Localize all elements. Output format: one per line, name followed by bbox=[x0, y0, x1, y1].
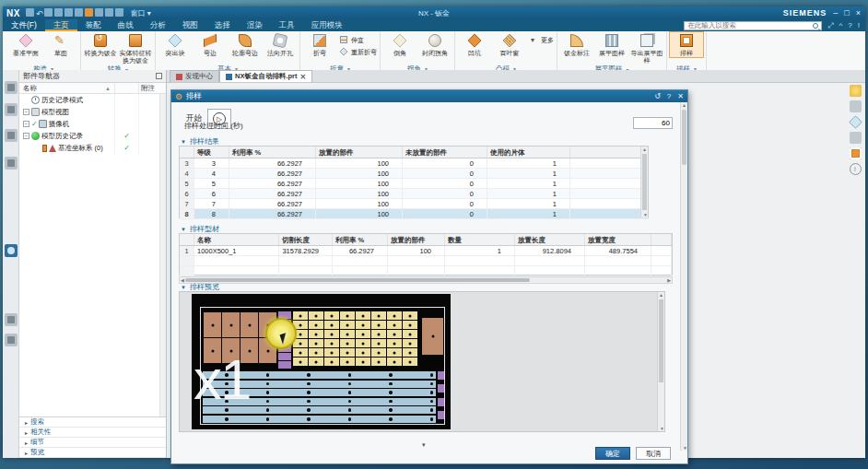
column-header[interactable]: 名称 bbox=[194, 234, 279, 245]
ribbon-button-rebend[interactable]: 重新折弯 bbox=[338, 46, 377, 57]
sketch-tool-icon[interactable] bbox=[5, 157, 18, 170]
undo-icon[interactable]: ↶ bbox=[36, 10, 43, 18]
navigator-tree-item[interactable]: 基准坐标系 (0)✓ bbox=[19, 142, 166, 154]
preview-scrollbar[interactable]: ▲▼ bbox=[657, 292, 664, 431]
expander-icon[interactable]: − bbox=[23, 121, 29, 127]
navigator-section-item[interactable]: ▸预览 bbox=[19, 448, 166, 458]
column-header[interactable]: 放置的部件 bbox=[316, 147, 403, 158]
column-header[interactable]: 切割长度 bbox=[279, 234, 333, 245]
copy-icon[interactable] bbox=[65, 8, 73, 17]
column-name[interactable]: 名称 bbox=[19, 84, 105, 93]
touch-mode-icon[interactable] bbox=[85, 8, 93, 17]
column-header[interactable]: 放置宽度 bbox=[585, 234, 651, 245]
web-browser-icon[interactable] bbox=[5, 244, 18, 257]
ribbon-button-closecorner[interactable]: 封闭拐角 bbox=[418, 32, 452, 57]
column-header[interactable]: 未放置的部件 bbox=[403, 147, 487, 158]
table-row[interactable]: 6666.292710001 bbox=[180, 189, 648, 199]
minimize-button[interactable]: – bbox=[833, 8, 838, 18]
dialog-close-icon[interactable]: ✕ bbox=[677, 92, 684, 100]
ribbon-button-unbend[interactable]: 伸直 bbox=[338, 34, 377, 45]
document-tab[interactable]: 发现中心 bbox=[170, 70, 219, 82]
table-row[interactable]: 8866.292710001 bbox=[180, 209, 648, 219]
sparkle-icon[interactable] bbox=[850, 85, 862, 97]
navigator-column-headers[interactable]: 名称 ▲ 附注 bbox=[19, 83, 166, 94]
sync-icon[interactable] bbox=[105, 8, 113, 17]
column-header[interactable]: 等级 bbox=[194, 147, 229, 158]
nx-logo[interactable]: NX bbox=[6, 8, 20, 18]
column-header[interactable]: 利用率 % bbox=[333, 234, 388, 245]
microphone-icon[interactable] bbox=[95, 8, 103, 17]
table-row[interactable]: 5566.292710001 bbox=[180, 179, 648, 189]
redo-icon[interactable] bbox=[44, 8, 53, 17]
search-input[interactable] bbox=[685, 21, 813, 29]
menu-tab[interactable]: 主页 bbox=[45, 19, 77, 31]
navigator-section-item[interactable]: ▸细节 bbox=[19, 438, 166, 448]
graphics-window[interactable]: 发现中心NX钣金自动排料.prt✕ i ⚙ 排样 ↺?✕ 开始 ▷ 排样处理时间… bbox=[167, 70, 865, 458]
fullscreen-icon[interactable]: ⤢ bbox=[827, 21, 833, 30]
menu-tab[interactable]: 曲线 bbox=[110, 19, 142, 31]
menu-tab[interactable]: 视图 bbox=[174, 19, 206, 31]
document-tab[interactable]: NX钣金自动排料.prt✕ bbox=[219, 70, 312, 82]
ribbon-button-contour[interactable]: 轮廓弯边 bbox=[229, 32, 262, 57]
navigator-tree-item[interactable]: −模型视图 bbox=[19, 106, 166, 118]
restore-button[interactable]: □ bbox=[844, 8, 849, 18]
clip-icon[interactable] bbox=[5, 103, 18, 116]
ribbon-button-bend[interactable]: 折弯 bbox=[303, 32, 336, 57]
menu-tab[interactable]: 文件(F) bbox=[3, 19, 45, 31]
ribbon-button-box-orange[interactable]: 实体特征转 换为钣金 bbox=[119, 32, 152, 64]
cancel-button[interactable]: 取消 bbox=[636, 447, 671, 460]
navigator-tree-item[interactable]: −✓摄像机 bbox=[19, 118, 166, 130]
dialog-header[interactable]: ⚙ 排样 ↺?✕ bbox=[171, 90, 687, 102]
ribbon-button-diamond-blue[interactable]: 突出块 bbox=[158, 32, 192, 57]
panel-pin-icon[interactable] bbox=[156, 73, 162, 79]
ribbon-button-cutout[interactable]: 法向开孔 bbox=[264, 32, 297, 57]
nesting-icon[interactable] bbox=[850, 147, 862, 159]
window-stack-icon[interactable] bbox=[850, 100, 862, 112]
column-header[interactable]: 利用率 % bbox=[229, 147, 316, 158]
results-scrollbar[interactable]: ▲▼ bbox=[640, 147, 648, 217]
assembly-icon[interactable] bbox=[5, 129, 18, 142]
grid-icon[interactable] bbox=[5, 334, 18, 346]
navigator-section-item[interactable]: ▸相关性 bbox=[19, 428, 166, 438]
flatten-icon[interactable] bbox=[850, 132, 862, 144]
profiles-horizontal-scrollbar[interactable]: ◀▶ bbox=[179, 276, 673, 284]
ribbon-button-convert[interactable]: 转换为钣金 bbox=[84, 32, 117, 57]
column-header[interactable]: 使用的片体 bbox=[487, 147, 570, 158]
ribbon-button-more[interactable]: 更多 bbox=[528, 34, 554, 45]
cut-icon[interactable] bbox=[54, 8, 63, 17]
ribbon-button-nesting[interactable]: 排样 bbox=[670, 32, 703, 57]
column-header[interactable]: 数量 bbox=[445, 234, 515, 245]
diamond-icon[interactable] bbox=[849, 115, 862, 129]
paste-icon[interactable] bbox=[75, 8, 83, 17]
alert-icon[interactable]: ! bbox=[858, 21, 860, 30]
ribbon-button-exportflat[interactable]: 导出展平图样 bbox=[630, 32, 663, 64]
navigator-scrollbar[interactable] bbox=[159, 94, 166, 416]
navigator-section-item[interactable]: ▸搜索 bbox=[19, 417, 166, 428]
search-icon[interactable] bbox=[813, 23, 818, 29]
column-header[interactable]: 放置长度 bbox=[515, 234, 585, 245]
ribbon-button-sketch[interactable]: 草图 bbox=[44, 32, 77, 57]
ribbon-button-louver[interactable]: 百叶窗 bbox=[493, 32, 526, 57]
expander-icon[interactable]: − bbox=[23, 109, 29, 115]
table-row[interactable]: 7766.292710001 bbox=[180, 199, 648, 209]
switch-window-icon[interactable] bbox=[115, 8, 123, 17]
table-row[interactable]: 4466.292710001 bbox=[180, 169, 648, 179]
close-button[interactable]: × bbox=[856, 8, 861, 18]
expander-icon[interactable]: − bbox=[23, 133, 29, 139]
navigator-tree-item[interactable]: 历史记录模式 bbox=[19, 94, 166, 106]
dialog-help-icon[interactable]: ? bbox=[667, 92, 671, 100]
menu-tab[interactable]: 工具 bbox=[271, 19, 303, 31]
sort-arrow-icon[interactable]: ▲ bbox=[105, 86, 114, 91]
menu-tab[interactable]: 装配 bbox=[77, 19, 110, 31]
menu-tab[interactable]: 分析 bbox=[142, 19, 174, 31]
ribbon-button-flange[interactable]: 弯边 bbox=[194, 32, 227, 57]
menu-tab[interactable]: 渲染 bbox=[239, 19, 271, 31]
table-row[interactable]: 3366.292710001 bbox=[180, 158, 648, 169]
command-search[interactable] bbox=[684, 21, 822, 30]
ribbon-button-diamond-pink[interactable]: 基准平面 bbox=[9, 32, 42, 57]
ribbon-button-dimple[interactable]: 凹坑 bbox=[458, 32, 491, 57]
ribbon-button-annotate[interactable]: 钣金标注 bbox=[560, 32, 593, 57]
collapse-ribbon-icon[interactable]: ^ bbox=[839, 21, 843, 30]
ok-button[interactable]: 确定 bbox=[595, 447, 630, 460]
column-check[interactable] bbox=[114, 83, 138, 93]
